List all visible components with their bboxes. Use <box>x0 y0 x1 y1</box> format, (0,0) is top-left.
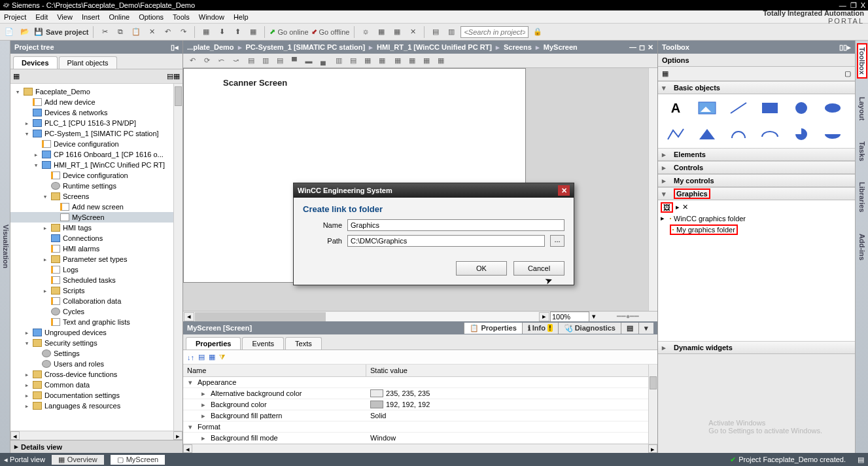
prop-hscroll-left[interactable]: ◂ <box>183 444 192 453</box>
tree-node[interactable]: Device configuration <box>10 139 182 149</box>
portal-view-button[interactable]: ◂ Portal view <box>4 456 45 464</box>
graphics-collapse-icon[interactable]: ▸ <box>676 203 680 211</box>
menu-project[interactable]: Project <box>4 13 26 21</box>
ct-align-t[interactable]: ▀ <box>288 55 301 67</box>
ct-o3[interactable]: ▦ <box>420 55 433 67</box>
sidetab-addins[interactable]: Add-ins <box>858 231 866 263</box>
grid-icon[interactable]: ▦ <box>209 353 215 361</box>
expand-icon[interactable]: ▸ <box>24 329 30 337</box>
status-expand-icon[interactable]: ▤ <box>858 456 864 464</box>
tab-myscreen[interactable]: ▢MyScreen <box>111 455 165 465</box>
open-project-icon[interactable]: 📂 <box>18 26 31 39</box>
hscroll-right-arrow[interactable]: ▸ <box>539 312 549 321</box>
save-project-button[interactable]: 💾 Save project <box>34 27 88 36</box>
redo-icon[interactable]: ↷ <box>177 26 190 39</box>
wincc-graphics-folder[interactable]: ▸ WinCC graphics folder <box>661 213 852 224</box>
tab-overview[interactable]: ▦Overview <box>52 455 104 465</box>
cancel-button[interactable]: Cancel <box>513 261 564 276</box>
sidetab-toolbox[interactable]: Toolbox <box>857 43 867 79</box>
tree-node[interactable]: Device configuration <box>10 170 182 181</box>
tree-node[interactable]: Cycles <box>10 306 182 317</box>
ct-dist-h[interactable]: ▥ <box>332 55 345 67</box>
tree-node[interactable]: ▾Faceplate_Demo <box>10 86 182 97</box>
menu-tools[interactable]: Tools <box>173 13 190 21</box>
inspector-layout-icon[interactable]: ▤ <box>621 323 638 334</box>
section-my-controls[interactable]: ▸My controls <box>658 174 855 187</box>
subtab-events[interactable]: Events <box>242 337 284 350</box>
graphics-close-icon[interactable]: ✕ <box>682 203 688 211</box>
delete-icon[interactable]: ✕ <box>145 26 158 39</box>
tree-node[interactable]: ▸Cross-device functions <box>10 369 182 380</box>
tree-node[interactable]: ▾HMI_RT_1 [WinCC Unified PC RT] <box>10 160 182 170</box>
project-tree[interactable]: ▾Faceplate_DemoAdd new deviceDevices & n… <box>10 84 182 431</box>
bc-close-icon[interactable]: ✕ <box>648 43 653 52</box>
layout-icon-2[interactable]: ▥ <box>445 26 458 39</box>
menu-view[interactable]: View <box>57 13 73 21</box>
tree-node[interactable]: ▸PLC_1 [CPU 1516-3 PN/DP] <box>10 118 182 128</box>
tree-node[interactable]: Logs <box>10 264 182 275</box>
sidetab-libraries[interactable]: Libraries <box>858 179 866 215</box>
expand-icon[interactable]: ▾ <box>24 130 30 138</box>
tree-node[interactable]: Text and graphic lists <box>10 317 182 327</box>
search-input[interactable] <box>460 26 529 38</box>
options-expand-icon[interactable]: ▢ <box>844 69 851 78</box>
tree-node[interactable]: ▸Languages & resources <box>10 401 182 411</box>
property-row[interactable]: ▸Alternative background color235, 235, 2… <box>183 388 657 399</box>
tree-node[interactable]: ▸Ungrouped devices <box>10 327 182 338</box>
ct-3[interactable]: ⤻ <box>229 55 242 67</box>
tool-icon-1[interactable]: ⛭ <box>359 26 372 39</box>
tool-icon-4[interactable]: ✕ <box>406 26 419 39</box>
circle-tool[interactable] <box>791 101 811 115</box>
ct-align-r[interactable]: ▤ <box>273 55 286 67</box>
ct-o2[interactable]: ▦ <box>406 55 419 67</box>
go-online-button[interactable]: ⬈Go online <box>269 27 308 36</box>
zoom-dropdown-icon[interactable]: ▾ <box>589 312 599 321</box>
expand-icon[interactable]: ▸ <box>24 381 30 389</box>
tab-devices[interactable]: Devices <box>13 56 58 69</box>
menu-help[interactable]: Help <box>234 13 249 21</box>
line-tool[interactable] <box>729 101 748 115</box>
inspector-collapse-icon[interactable]: ▾ <box>638 323 653 334</box>
property-row[interactable]: ▸Background fill modeWindow <box>183 433 657 444</box>
browse-button[interactable]: ... <box>550 235 564 247</box>
arc-tool[interactable] <box>729 127 748 141</box>
section-elements[interactable]: ▸Elements <box>658 148 855 161</box>
filter-icon[interactable]: ⧩ <box>219 353 225 361</box>
tree-scrollbar[interactable] <box>173 84 182 431</box>
expand-icon[interactable]: ▾ <box>42 192 48 201</box>
tree-view-icon-1[interactable]: ▤ <box>167 72 173 80</box>
tree-node[interactable]: Devices & networks <box>10 107 182 118</box>
ct-o1[interactable]: ▦ <box>391 55 404 67</box>
tool-icon-2[interactable]: ▦ <box>375 26 388 39</box>
property-row[interactable]: ▾Format <box>183 421 657 433</box>
ct-align-l[interactable]: ▤ <box>245 55 258 67</box>
expand-icon[interactable]: ▸ <box>24 391 30 400</box>
prop-hscroll-right[interactable]: ▸ <box>648 444 657 453</box>
tree-node[interactable]: ▸CP 1616 Onboard_1 [CP 1616 o... <box>10 149 182 160</box>
menu-edit[interactable]: Edit <box>35 13 48 21</box>
section-dynamic-widgets[interactable]: ▸Dynamic widgets <box>658 341 855 354</box>
bc-4[interactable]: MyScreen <box>544 43 578 51</box>
toolbox-layout-icons[interactable]: ▯▯▸ <box>839 43 851 52</box>
sort-icon[interactable]: ↓↑ <box>187 353 194 361</box>
list-icon[interactable]: ▤ <box>198 353 205 361</box>
path-input[interactable] <box>347 235 545 247</box>
expand-icon[interactable]: ▸ <box>24 119 30 128</box>
upload-icon[interactable]: ⬆ <box>231 26 244 39</box>
polyline-tool[interactable] <box>666 127 686 141</box>
canvas-vscroll[interactable] <box>648 68 657 311</box>
tree-view-icon-2[interactable]: ▦ <box>173 72 180 80</box>
property-row[interactable]: ▸Background fill patternSolid <box>183 410 657 421</box>
ok-button[interactable]: OK <box>456 261 507 276</box>
section-graphics[interactable]: ▾Graphics <box>658 187 855 200</box>
cut-icon[interactable]: ✂ <box>98 26 111 39</box>
expand-icon[interactable]: ▸ <box>33 151 39 159</box>
bc-max-icon[interactable]: ◻ <box>639 43 645 52</box>
property-row[interactable]: ▸Background color192, 192, 192 <box>183 399 657 410</box>
bc-0[interactable]: ...plate_Demo <box>187 43 234 51</box>
ct-size[interactable]: ▦ <box>361 55 374 67</box>
name-input[interactable] <box>347 219 564 231</box>
image-tool[interactable] <box>697 101 717 115</box>
pie-tool[interactable] <box>791 127 811 141</box>
tree-node[interactable]: ▸Parameter set types <box>10 254 182 264</box>
